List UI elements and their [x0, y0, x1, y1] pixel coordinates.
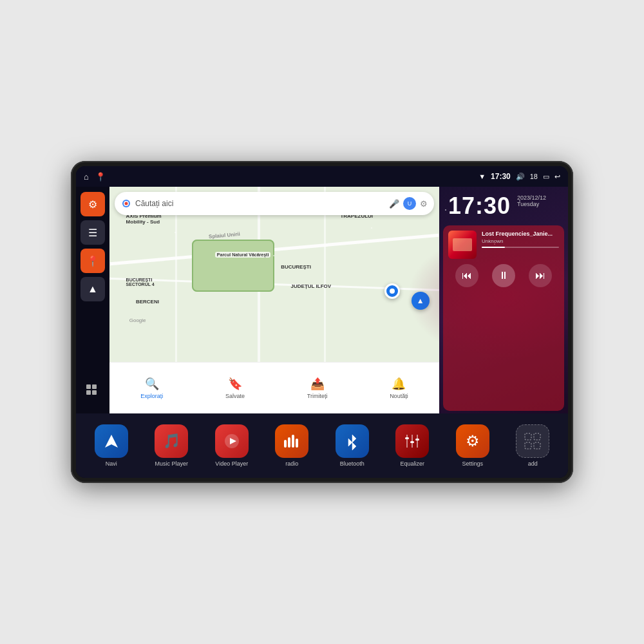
svg-rect-20	[525, 442, 531, 449]
svg-rect-18	[525, 433, 531, 440]
map-nav-saved[interactable]: 🔖 Salvate	[225, 377, 245, 399]
bluetooth-label: Bluetooth	[340, 460, 365, 467]
music-progress-bar	[482, 247, 559, 248]
status-bar: ⌂ 📍 ▼ 17:30 🔊 18 ▭ ↩	[76, 166, 568, 187]
sidebar-navi-btn[interactable]: ▲	[80, 277, 105, 301]
settings-label: Settings	[462, 460, 483, 467]
settings-app-icon: ⚙	[456, 424, 489, 458]
music-artist: Unknown	[482, 238, 559, 244]
back-icon[interactable]: ↩	[554, 173, 560, 181]
gear-icon: ⚙	[88, 198, 97, 211]
battery-level: 18	[530, 173, 538, 180]
svg-rect-10	[292, 435, 294, 448]
add-label: add	[528, 460, 538, 467]
play-pause-button[interactable]: ⏸	[492, 264, 515, 287]
user-avatar[interactable]: U	[403, 197, 416, 210]
main-area: ⚙ ☰ 📍 ▲	[76, 187, 568, 413]
sidebar-files-btn[interactable]: ☰	[80, 220, 105, 245]
status-bar-right: ▼ 17:30 🔊 18 ▭ ↩	[478, 172, 560, 181]
sidebar-settings-btn[interactable]: ⚙	[80, 192, 105, 216]
clock-day: Tuesday	[517, 201, 546, 207]
navi-icon	[95, 424, 128, 458]
map-area: AXIS PremiumMobility - Sud Pizza & Baker…	[109, 187, 439, 413]
app-navi[interactable]: Navi	[89, 424, 134, 467]
map-search-bar[interactable]: Căutați aici 🎤 U ⚙	[115, 192, 434, 215]
app-settings[interactable]: ⚙ Settings	[450, 424, 495, 467]
music-title: Lost Frequencies_Janie...	[482, 231, 559, 237]
app-dock: Navi 🎵 Music Player Video Player	[76, 413, 568, 478]
map-nav-explore[interactable]: 🔍 Explorați	[140, 377, 163, 399]
map-bottom-nav: 🔍 Explorați 🔖 Salvate 📤 Trimiteți 🔔 Nout…	[109, 362, 439, 413]
music-progress-fill	[482, 247, 505, 248]
svg-rect-0	[86, 384, 91, 389]
app-add[interactable]: add	[510, 424, 555, 467]
svg-rect-17	[415, 439, 419, 440]
app-bluetooth[interactable]: Bluetooth	[330, 424, 375, 467]
svg-rect-21	[534, 442, 540, 449]
svg-rect-1	[92, 384, 97, 389]
microphone-icon[interactable]: 🎤	[389, 199, 399, 209]
svg-rect-8	[284, 440, 287, 448]
next-button[interactable]: ⏭	[529, 264, 552, 287]
add-app-icon	[516, 424, 549, 458]
svg-rect-3	[92, 390, 97, 395]
svg-rect-2	[86, 390, 91, 395]
google-maps-icon	[121, 198, 131, 209]
equalizer-app-icon	[395, 424, 429, 458]
svg-rect-11	[296, 439, 298, 448]
home-icon[interactable]: ⌂	[84, 172, 89, 182]
map-status-icon[interactable]: 📍	[95, 172, 106, 182]
volume-icon: 🔊	[516, 173, 525, 181]
app-radio[interactable]: radio	[269, 424, 314, 467]
device-frame: ⌂ 📍 ▼ 17:30 🔊 18 ▭ ↩ ⚙ ☰	[71, 161, 573, 483]
battery-icon: ▭	[543, 173, 549, 181]
clock-time: 17:30	[448, 194, 511, 218]
bluetooth-app-icon	[336, 424, 369, 458]
video-app-icon	[215, 424, 249, 458]
location-icon: 📍	[86, 255, 99, 267]
sidebar-grid-btn[interactable]	[80, 379, 105, 403]
play-icon	[223, 433, 240, 450]
svg-rect-16	[410, 441, 414, 443]
svg-rect-15	[405, 437, 409, 439]
svg-rect-19	[534, 433, 540, 440]
eq-sliders-icon	[403, 432, 421, 450]
bluetooth-icon	[343, 432, 361, 450]
svg-marker-5	[105, 435, 118, 448]
album-art	[448, 231, 477, 259]
status-time: 17:30	[491, 172, 511, 181]
video-label: Video Player	[215, 460, 248, 467]
clock-date: 2023/12/12 Tuesday	[517, 194, 546, 207]
arrow-icon: ▲	[88, 283, 98, 295]
equalizer-bars-icon	[283, 432, 301, 450]
map-container[interactable]: AXIS PremiumMobility - Sud Pizza & Baker…	[109, 187, 439, 362]
status-bar-left: ⌂ 📍	[84, 172, 106, 182]
equalizer-label: Equalizer	[400, 460, 424, 467]
music-widget: Lost Frequencies_Janie... Unknown ⏮ ⏸ ⏭	[443, 225, 564, 411]
radio-app-icon	[275, 424, 308, 458]
navi-label: Navi	[106, 460, 117, 467]
app-equalizer[interactable]: Equalizer	[390, 424, 435, 467]
map-nav-send[interactable]: 📤 Trimiteți	[307, 377, 328, 399]
clock-widget: 17:30 2023/12/12 Tuesday	[439, 187, 568, 223]
sidebar-map-btn[interactable]: 📍	[80, 249, 105, 273]
right-panel: 17:30 2023/12/12 Tuesday	[439, 187, 568, 413]
settings-map-icon[interactable]: ⚙	[420, 199, 428, 209]
map-search-text: Căutați aici	[135, 199, 385, 208]
grid-add-icon	[524, 432, 542, 450]
music-controls: ⏮ ⏸ ⏭	[448, 264, 559, 287]
map-nav-updates[interactable]: 🔔 Noutăți	[390, 377, 408, 399]
clock-date-text: 2023/12/12	[517, 194, 546, 201]
app-music[interactable]: 🎵 Music Player	[149, 424, 194, 467]
music-top: Lost Frequencies_Janie... Unknown	[448, 231, 559, 259]
music-info: Lost Frequencies_Janie... Unknown	[482, 231, 559, 251]
device-screen: ⌂ 📍 ▼ 17:30 🔊 18 ▭ ↩ ⚙ ☰	[76, 166, 568, 478]
music-app-icon: 🎵	[155, 424, 188, 458]
svg-rect-9	[288, 437, 290, 448]
files-icon: ☰	[88, 227, 97, 239]
prev-button[interactable]: ⏮	[455, 264, 478, 287]
grid-icon	[86, 384, 100, 398]
navigation-icon	[102, 432, 120, 450]
app-video[interactable]: Video Player	[209, 424, 254, 467]
music-label: Music Player	[155, 460, 188, 467]
